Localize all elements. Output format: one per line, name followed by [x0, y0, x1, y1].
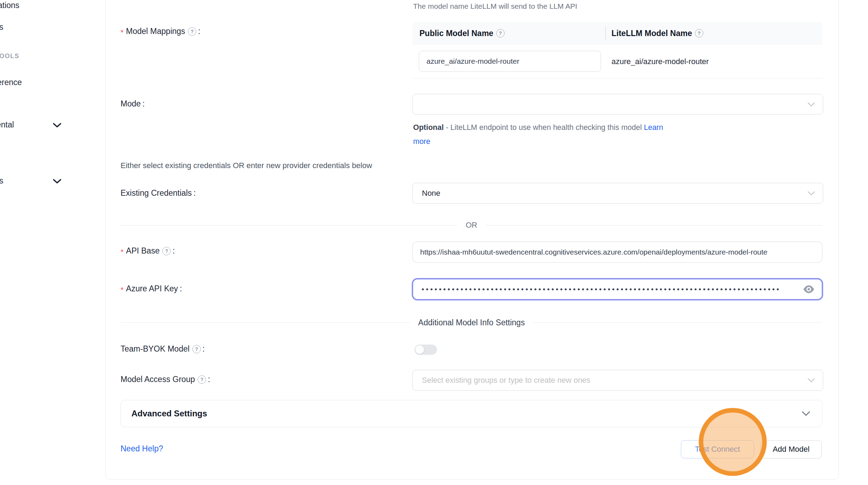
help-icon[interactable]: [198, 375, 206, 384]
sidebar-item-inference[interactable]: erence: [0, 78, 22, 87]
need-help-link[interactable]: Need Help?: [121, 444, 163, 453]
required-asterisk: *: [121, 285, 124, 295]
help-icon[interactable]: [496, 29, 505, 37]
team-byok-label: Team-BYOK Model :: [121, 344, 205, 354]
sidebar-item-organizations[interactable]: ations: [0, 1, 19, 10]
chevron-down-icon: [807, 191, 815, 196]
required-asterisk: *: [121, 28, 124, 37]
mode-label: Mode :: [121, 99, 145, 109]
help-icon[interactable]: [695, 29, 703, 37]
toggle-knob: [415, 345, 424, 354]
sidebar-item[interactable]: s: [0, 22, 4, 32]
model-access-group-select[interactable]: Select existing groups or type to create…: [412, 370, 823, 391]
sidebar-item-experimental[interactable]: ental: [0, 120, 14, 130]
table-column-divider: [605, 27, 606, 40]
model-mappings-label: * Model Mappings :: [121, 27, 200, 36]
litellm-model-name-header: LiteLLM Model Name: [605, 29, 703, 38]
advanced-settings-panel[interactable]: Advanced Settings: [121, 400, 822, 427]
credentials-note: Either select existing credentials OR en…: [121, 161, 372, 170]
sidebar-section-tools: TOOLS: [0, 53, 19, 60]
mode-helper: Optional - LiteLLM endpoint to use when …: [413, 120, 700, 148]
public-model-name-input[interactable]: [419, 51, 601, 72]
chevron-down-icon: [807, 102, 815, 106]
existing-credentials-label: Existing Credentials :: [121, 188, 196, 198]
or-divider: OR: [121, 221, 822, 230]
chevron-down-icon: [53, 178, 62, 184]
chevron-down-icon: [807, 378, 815, 383]
api-base-label: * API Base :: [121, 246, 175, 256]
model-mappings-table: Public Model Name LiteLLM Model Name azu…: [412, 22, 822, 78]
add-model-button[interactable]: Add Model: [760, 440, 822, 458]
azure-api-key-label: * Azure API Key :: [121, 284, 182, 293]
existing-credentials-select[interactable]: None: [412, 183, 823, 204]
api-base-input[interactable]: [412, 242, 822, 263]
model-mappings-table-header: Public Model Name LiteLLM Model Name: [412, 22, 822, 45]
help-icon[interactable]: [188, 27, 196, 36]
help-icon[interactable]: [192, 345, 201, 353]
mode-select[interactable]: [412, 94, 823, 115]
model-mapping-row: azure_ai/azure-model-router: [412, 45, 822, 78]
help-icon[interactable]: [162, 247, 171, 255]
chevron-down-icon: [802, 411, 810, 416]
required-asterisk: *: [121, 248, 124, 257]
masked-api-key: ••••••••••••••••••••••••••••••••••••••••…: [422, 278, 779, 300]
test-connect-button[interactable]: Test Connect: [681, 440, 754, 458]
additional-settings-divider: Additional Model Info Settings: [121, 318, 822, 327]
chevron-down-icon: [53, 122, 62, 128]
sidebar: ations s TOOLS erence ental s: [0, 0, 104, 485]
eye-icon[interactable]: [803, 284, 815, 294]
public-model-name-header: Public Model Name: [412, 29, 605, 38]
azure-api-key-input[interactable]: ••••••••••••••••••••••••••••••••••••••••…: [412, 278, 823, 300]
litellm-model-name-value: azure_ai/azure-model-router: [611, 45, 709, 78]
litellm-model-name-helper: The model name LiteLLM will send to the …: [413, 2, 577, 11]
team-byok-toggle[interactable]: [415, 345, 437, 355]
sidebar-item-settings[interactable]: s: [0, 176, 4, 186]
model-access-group-label: Model Access Group :: [121, 375, 210, 384]
